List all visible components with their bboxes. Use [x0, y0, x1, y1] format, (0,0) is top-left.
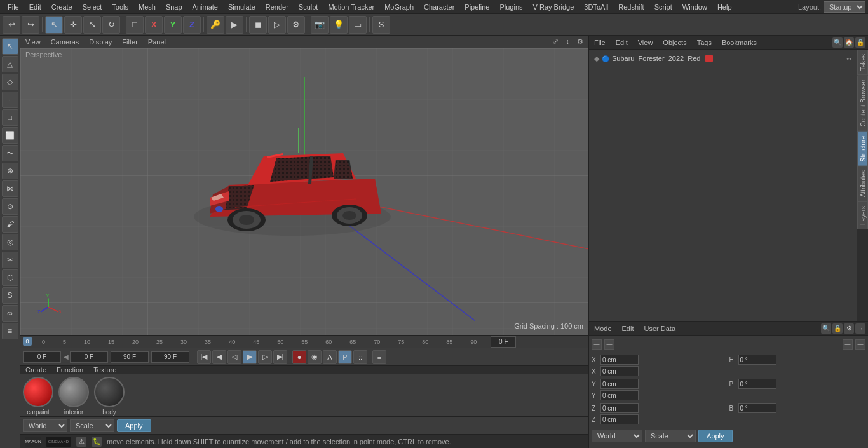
attr-menu-edit[interactable]: Edit	[620, 325, 637, 332]
attr-icon-4[interactable]: —	[855, 339, 865, 350]
timeline[interactable]: 0 0 5 10 15 20 25 30 35 40 45 50 55 60 6…	[20, 335, 588, 348]
attr-menu-user-data[interactable]: User Data	[642, 325, 679, 332]
obj-menu-tags[interactable]: Tags	[695, 39, 714, 46]
transform-y-button[interactable]: Y	[164, 16, 182, 34]
attr-icon-2[interactable]: —	[604, 339, 614, 350]
menu-simulate[interactable]: Simulate	[223, 2, 261, 12]
motion-mode-button[interactable]: P	[338, 350, 352, 364]
material-body[interactable]: body	[94, 377, 125, 416]
play-button[interactable]: ▶	[226, 16, 243, 34]
play-forward-button[interactable]: ▶	[243, 350, 257, 364]
end-frame-field[interactable]	[111, 351, 149, 363]
y-scale-field[interactable]	[600, 390, 639, 400]
render-settings[interactable]: ⚙	[287, 16, 305, 34]
z-pos-field[interactable]	[600, 403, 639, 413]
tab-attributes[interactable]: Attributes	[857, 166, 868, 201]
timeline-marker[interactable]: 0	[23, 337, 32, 346]
python-button[interactable]: S	[372, 16, 390, 34]
tool-bridge[interactable]: ≡	[2, 323, 18, 339]
tool-spline[interactable]: 〜	[2, 145, 18, 161]
redo-button[interactable]: ↪	[22, 16, 39, 34]
render-button[interactable]: ◼	[249, 16, 267, 34]
tool-edge[interactable]: ◇	[2, 74, 18, 90]
tool-null[interactable]: ⊙	[2, 198, 18, 215]
lock-icon[interactable]: 🔒	[855, 37, 865, 48]
mat-menu-create[interactable]: Create	[23, 366, 49, 374]
mat-menu-function[interactable]: Function	[54, 366, 86, 374]
tab-content-browser[interactable]: Content Browser	[857, 75, 868, 131]
menu-mograph[interactable]: MoGraph	[379, 2, 419, 12]
cursor-tool-button[interactable]: ↖	[45, 16, 63, 34]
step-back-button[interactable]: ◀	[212, 350, 226, 364]
viewport-settings-icon[interactable]: ⚙	[574, 37, 586, 46]
apply-button[interactable]: Apply	[117, 419, 151, 432]
animate-key-button[interactable]: 🔑	[207, 16, 224, 34]
attr-menu-mode[interactable]: Mode	[592, 325, 614, 332]
undo-button[interactable]: ↩	[3, 16, 20, 34]
attr-icon-3[interactable]: —	[843, 339, 853, 350]
menu-mesh[interactable]: Mesh	[133, 2, 161, 12]
menu-motion-tracker[interactable]: Motion Tracker	[323, 2, 379, 12]
viewport-menu-panel[interactable]: Panel	[146, 38, 168, 46]
menu-edit[interactable]: Edit	[24, 2, 46, 12]
menu-select[interactable]: Select	[78, 2, 107, 12]
tool-knife[interactable]: ✂	[2, 252, 18, 268]
obj-menu-objects[interactable]: Objects	[660, 39, 689, 46]
timeline-toggle[interactable]: ≡	[372, 350, 386, 364]
rotate-tool-button[interactable]: ↻	[102, 16, 120, 34]
attr-arrow-icon[interactable]: →	[855, 323, 865, 334]
transform-z-button[interactable]: Z	[183, 16, 201, 34]
mat-menu-texture[interactable]: Texture	[91, 366, 119, 374]
menu-3dtoall[interactable]: 3DToAll	[579, 2, 613, 12]
tool-select-all[interactable]: S	[2, 287, 18, 304]
render-active-view[interactable]: ▷	[268, 16, 286, 34]
tool-magnet[interactable]: ◎	[2, 234, 18, 250]
material-interior[interactable]: interior	[58, 377, 89, 416]
object-item-subaru[interactable]: ◆ 🔵 Subaru_Forester_2022_Red ••	[592, 52, 854, 65]
attr-icon-1[interactable]: —	[592, 339, 602, 350]
tool-loop[interactable]: ∞	[2, 305, 18, 322]
attr-lock-icon[interactable]: 🔒	[832, 323, 843, 334]
world-dropdown[interactable]: World	[23, 419, 67, 432]
viewport-expand-icon[interactable]: ⤢	[550, 37, 561, 46]
light-button[interactable]: 💡	[330, 16, 348, 34]
tool-cube[interactable]: ⬜	[2, 127, 18, 144]
record-param-button[interactable]: ◉	[308, 350, 322, 364]
menu-render[interactable]: Render	[261, 2, 294, 12]
material-carpaint[interactable]: carpaint	[23, 377, 53, 416]
tool-nurbs[interactable]: ⊕	[2, 163, 18, 179]
search-icon[interactable]: 🔍	[832, 37, 843, 48]
menu-script[interactable]: Script	[649, 2, 677, 12]
menu-plugins[interactable]: Plugins	[494, 2, 527, 12]
start-frame-field[interactable]	[23, 351, 61, 363]
menu-tools[interactable]: Tools	[107, 2, 133, 12]
apply-attr-button[interactable]: Apply	[698, 430, 733, 442]
obj-menu-bookmarks[interactable]: Bookmarks	[719, 39, 759, 46]
z-scale-field[interactable]	[600, 414, 639, 424]
transform-x-button[interactable]: X	[145, 16, 163, 34]
home-icon[interactable]: 🏠	[844, 37, 854, 48]
tab-structure[interactable]: Structure	[857, 132, 868, 166]
p-rot-field[interactable]	[738, 379, 776, 389]
tab-takes[interactable]: Takes	[857, 50, 868, 75]
viewport-menu-view[interactable]: View	[23, 38, 43, 46]
world-attr-dropdown[interactable]: World	[592, 430, 642, 442]
object-mode-button[interactable]: □	[126, 16, 144, 34]
scale-attr-dropdown[interactable]: Scale	[645, 430, 696, 442]
floor-button[interactable]: ▭	[349, 16, 367, 34]
obj-menu-file[interactable]: File	[592, 39, 608, 46]
viewport-arrows-icon[interactable]: ↕	[564, 37, 573, 46]
record-button[interactable]: ●	[292, 350, 306, 364]
tool-move[interactable]: ↖	[2, 38, 18, 55]
menu-help[interactable]: Help	[712, 2, 737, 12]
x-pos-field[interactable]	[600, 355, 639, 365]
current-frame-input[interactable]	[70, 351, 108, 363]
menu-vray[interactable]: V-Ray Bridge	[528, 2, 580, 12]
scale-tool-button[interactable]: ⤡	[83, 16, 101, 34]
total-frames-field[interactable]	[151, 351, 189, 363]
move-tool-button[interactable]: ✛	[64, 16, 82, 34]
tool-polygon2[interactable]: ⬡	[2, 269, 18, 286]
layout-dropdown[interactable]: Startup	[824, 1, 865, 13]
step-forward-button[interactable]: ▷	[258, 350, 272, 364]
play-reverse-button[interactable]: ◁	[227, 350, 241, 364]
